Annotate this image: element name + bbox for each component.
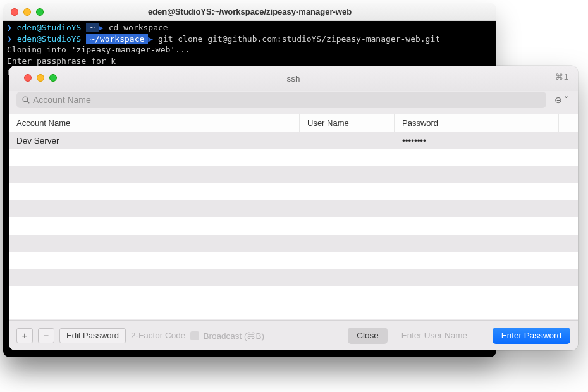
- table-row-empty: [9, 286, 578, 303]
- add-account-button[interactable]: +: [16, 328, 33, 343]
- accounts-table: Account Name User Name Password Dev Serv…: [9, 114, 578, 319]
- table-row-empty: [9, 149, 578, 166]
- table-row-empty: [9, 217, 578, 235]
- table-row[interactable]: Dev Server ••••••••: [9, 132, 578, 149]
- table-row-empty: [9, 235, 578, 252]
- broadcast-checkbox[interactable]: Broadcast (⌘B): [190, 331, 264, 341]
- enter-user-name-field[interactable]: Enter User Name: [393, 328, 487, 344]
- search-icon: [21, 95, 30, 104]
- checkbox-icon: [190, 331, 199, 340]
- cell-account: Dev Server: [9, 136, 300, 145]
- terminal-titlebar: eden@StudioYS:~/workspace/zipeasy-manage…: [3, 3, 496, 21]
- accounts-table-body: Dev Server ••••••••: [9, 132, 578, 303]
- svg-line-1: [27, 101, 29, 103]
- enter-password-button[interactable]: Enter Password: [493, 328, 570, 344]
- ssh-password-dialog: ssh ⌘1 ⊝ ˅ Account Name User Name Passwo…: [9, 66, 578, 350]
- col-user[interactable]: User Name: [300, 114, 395, 132]
- remove-account-button[interactable]: −: [38, 328, 54, 343]
- broadcast-label: Broadcast (⌘B): [203, 331, 264, 341]
- accounts-table-header: Account Name User Name Password: [9, 114, 578, 132]
- cell-password: ••••••••: [395, 136, 559, 145]
- options-menu-icon[interactable]: ⊝ ˅: [553, 93, 570, 107]
- svg-point-0: [23, 97, 28, 102]
- dialog-shortcut-label: ⌘1: [555, 72, 569, 82]
- search-row: ⊝ ˅: [9, 91, 578, 114]
- dialog-titlebar: ssh ⌘1: [9, 66, 578, 91]
- terminal-title: eden@StudioYS:~/workspace/zipeasy-manage…: [3, 7, 496, 16]
- table-row-empty: [9, 166, 578, 183]
- col-account[interactable]: Account Name: [9, 114, 300, 132]
- table-row-empty: [9, 252, 578, 269]
- search-input[interactable]: [30, 95, 541, 105]
- edit-password-button[interactable]: Edit Password: [59, 328, 126, 343]
- close-button[interactable]: Close: [348, 328, 388, 344]
- two-factor-label: 2-Factor Code: [131, 331, 185, 340]
- dialog-title: ssh: [9, 74, 578, 83]
- table-row-empty: [9, 183, 578, 200]
- search-field-wrap[interactable]: [16, 92, 546, 108]
- table-row-empty: [9, 200, 578, 217]
- table-row-empty: [9, 269, 578, 286]
- dialog-footer: + − Edit Password 2-Factor Code Broadcas…: [9, 320, 578, 350]
- col-password[interactable]: Password: [395, 114, 559, 132]
- col-spacer: [559, 114, 578, 132]
